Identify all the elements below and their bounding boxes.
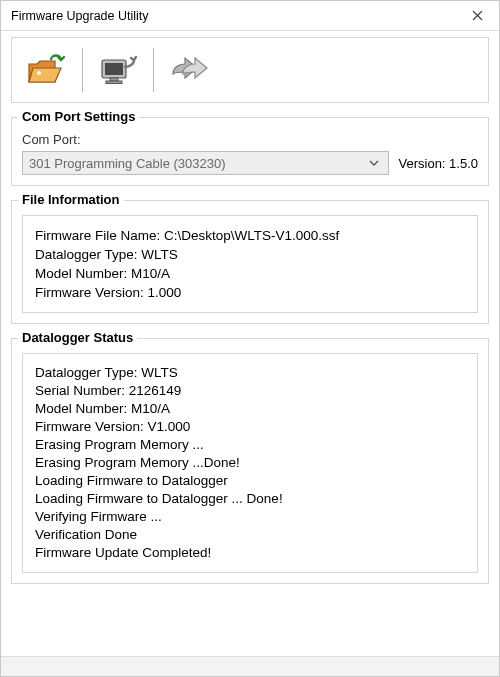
status-line: Erasing Program Memory ...Done! [35, 454, 465, 472]
svg-rect-4 [105, 63, 123, 75]
file-info-row: Firmware File Name: C:\Desktop\WLTS-V1.0… [35, 226, 465, 245]
status-line: Erasing Program Memory ... [35, 436, 465, 454]
svg-rect-6 [106, 81, 122, 84]
file-info-label: Datalogger Type: [35, 247, 138, 262]
file-info-label: Model Number: [35, 266, 127, 281]
status-line: Firmware Version: V1.000 [35, 418, 465, 436]
upload-device-icon [96, 50, 140, 90]
close-icon [472, 10, 483, 21]
status-line: Verification Done [35, 526, 465, 544]
com-port-selected-value: 301 Programming Cable (303230) [29, 156, 366, 171]
file-info-value: 1.000 [148, 285, 182, 300]
toolbar-separator [153, 48, 154, 92]
status-line: Model Number: M10/A [35, 400, 465, 418]
file-info-panel: Firmware File Name: C:\Desktop\WLTS-V1.0… [22, 215, 478, 313]
open-file-icon [25, 50, 69, 90]
chevron-down-icon [366, 160, 382, 166]
file-info-label: Firmware File Name: [35, 228, 160, 243]
toolbar-separator [82, 48, 83, 92]
file-info-row: Model Number: M10/A [35, 264, 465, 283]
forward-button[interactable] [162, 46, 216, 94]
window-title: Firmware Upgrade Utility [11, 9, 459, 23]
file-info-value: WLTS [141, 247, 178, 262]
status-line: Loading Firmware to Datalogger [35, 472, 465, 490]
file-info-group: File Information Firmware File Name: C:\… [11, 200, 489, 324]
forward-icon [167, 50, 211, 90]
status-line: Firmware Update Completed! [35, 544, 465, 562]
close-button[interactable] [459, 2, 495, 30]
status-line: Verifying Firmware ... [35, 508, 465, 526]
status-line: Serial Number: 2126149 [35, 382, 465, 400]
file-info-group-title: File Information [18, 192, 124, 207]
file-info-value: M10/A [131, 266, 170, 281]
status-panel: Datalogger Type: WLTS Serial Number: 212… [22, 353, 478, 573]
status-group: Datalogger Status Datalogger Type: WLTS … [11, 338, 489, 584]
file-info-value: C:\Desktop\WLTS-V1.000.ssf [164, 228, 339, 243]
status-bar [1, 656, 499, 676]
file-info-row: Datalogger Type: WLTS [35, 245, 465, 264]
version-label: Version: 1.5.0 [399, 156, 479, 171]
file-info-label: Firmware Version: [35, 285, 144, 300]
com-port-group: Com Port Settings Com Port: 301 Programm… [11, 117, 489, 186]
toolbar [11, 37, 489, 103]
status-group-title: Datalogger Status [18, 330, 137, 345]
status-line: Loading Firmware to Datalogger ... Done! [35, 490, 465, 508]
file-info-row: Firmware Version: 1.000 [35, 283, 465, 302]
svg-point-2 [37, 71, 41, 75]
titlebar: Firmware Upgrade Utility [1, 1, 499, 31]
upload-device-button[interactable] [91, 46, 145, 94]
window-body: Com Port Settings Com Port: 301 Programm… [1, 31, 499, 656]
status-line: Datalogger Type: WLTS [35, 364, 465, 382]
open-file-button[interactable] [20, 46, 74, 94]
window: Firmware Upgrade Utility [0, 0, 500, 677]
com-port-label: Com Port: [22, 132, 478, 147]
com-port-select[interactable]: 301 Programming Cable (303230) [22, 151, 389, 175]
com-port-group-title: Com Port Settings [18, 109, 139, 124]
